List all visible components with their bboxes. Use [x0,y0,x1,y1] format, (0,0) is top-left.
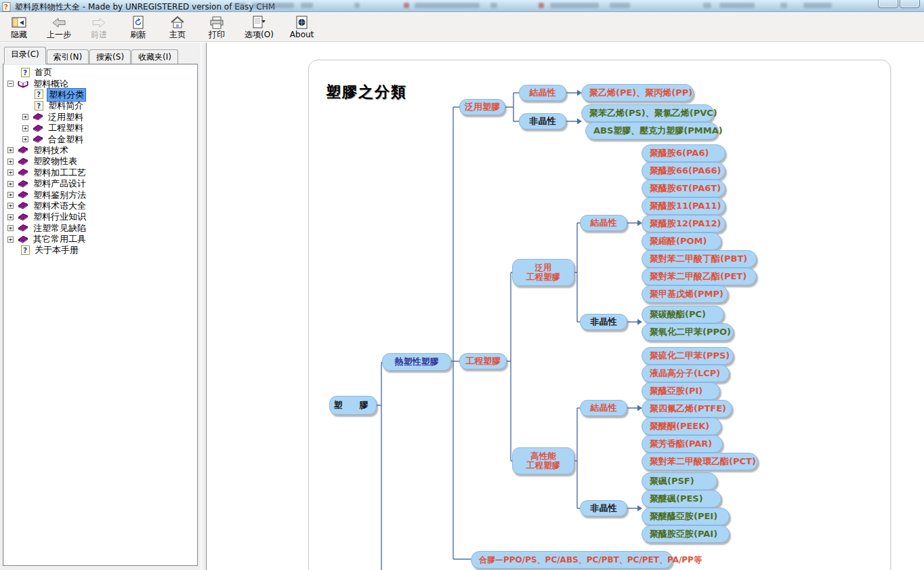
open-book-icon [17,79,29,89]
tree-item-label: 关于本手册 [33,244,80,256]
tab-index[interactable]: 索引(N) [47,49,89,64]
tree-item-technology[interactable]: + 塑料技术 [5,145,196,156]
expander-plus-icon[interactable]: + [7,192,14,198]
diagram-node-par: 聚芳香酯(PAR) [642,435,723,453]
tree-item-molding-defects[interactable]: + 注塑常见缺陷 [5,222,196,233]
titlebar-glass-blob [703,3,711,8]
toolbar-button-label: 选项(O) [245,30,274,39]
toolbar-button-print[interactable]: 打印 [202,14,232,41]
tree-item-intro[interactable]: ? 塑料简介 [5,100,196,111]
diagram-node-general-plastics: 泛用塑膠 [459,99,505,115]
help-page-icon: ? [21,245,30,256]
diagram-node-ppo: 聚氧化二甲苯(PPO) [642,323,734,341]
diagram-node-pa12: 聚醯胺12(PA12) [642,215,726,232]
tree-item-label: 注塑常见缺陷 [32,222,87,235]
tree-item-label: 工程塑料 [47,122,85,134]
tree-item-property-table[interactable]: + 塑胶物性表 [5,156,196,167]
diagram-node-pa6: 聚醯胺6(PA6) [642,144,726,162]
diagram-node-thermoplastics: 熱塑性塑膠 [382,353,451,371]
tree-item-classification[interactable]: ? 塑料分类 [5,89,196,100]
tree-item-industry-knowledge[interactable]: + 塑料行业知识 [5,211,196,222]
tree-item-identification[interactable]: + 塑料鉴别方法 [5,189,196,200]
expander-plus-icon[interactable]: + [22,114,28,120]
tree-item-label: 塑料产品设计 [32,178,87,190]
diagram-node-psf: 聚碸(PSF) [642,472,717,490]
expander-plus-icon[interactable]: + [7,147,14,153]
toolbar-button-home[interactable]: 主页 [163,14,192,41]
toolbar-button-label: 打印 [209,30,225,39]
tree-item-product-design[interactable]: + 塑料产品设计 [5,178,196,189]
tree-item-home[interactable]: ? 首页 [5,67,196,78]
diagram-node-ptfe: 聚四氟乙烯(PTFE) [642,400,732,418]
expander-plus-icon[interactable]: + [7,159,14,165]
book-icon [17,167,29,178]
diagram-node-alloy-blends: 合膠—PPO/PS、PC/ABS、PC/PBT、PC/PET、PA/PP等 [471,551,673,569]
tree-item-label: 塑胶物性表 [32,155,79,167]
expander-minus-icon[interactable]: − [7,81,14,87]
tree-item-general-plastics[interactable]: + 泛用塑料 [5,112,196,123]
titlebar-glass-blob [490,3,497,8]
diagram-node-pes: 聚醚碸(PES) [642,490,721,508]
refresh-icon [132,16,144,30]
minimize-button[interactable] [878,0,898,8]
toolbar-button-label: 上一步 [47,30,71,39]
tree-item-glossary[interactable]: + 塑料术语大全 [5,201,196,211]
tab-favorites[interactable]: 收藏夹(I) [131,49,178,64]
book-icon [17,190,29,200]
toolbar-button-options[interactable]: 选项(O) [241,14,277,41]
expander-plus-icon[interactable]: + [7,237,14,243]
tab-contents[interactable]: 目录(C) [4,47,46,64]
toolbar-button-refresh[interactable]: 刷新 [123,14,153,41]
titlebar-glass-blob [415,3,480,8]
diagram-node-pa6t: 聚醯胺6T(PA6T) [642,180,726,197]
diagram-node-lcp: 液晶高分子(LCP) [642,365,730,382]
book-icon [32,123,44,134]
toolbar-button-label: 隐藏 [11,30,27,39]
tab-label: 索引(N) [54,52,82,62]
navigation-sidebar: 目录(C) 索引(N) 搜索(S) 收藏夹(I) ? 首页 − 塑料概论 ? 塑… [0,43,201,570]
expander-plus-icon[interactable]: + [22,136,28,142]
titlebar-glass-blob [780,3,787,8]
tree-item-overview[interactable]: − 塑料概论 [5,78,196,89]
expander-plus-icon[interactable]: + [7,225,14,231]
expander-plus-icon[interactable]: + [7,181,14,187]
toolbar-button-forward[interactable]: 前进 [84,14,114,41]
titlebar-glass-blob [539,3,544,8]
book-icon [32,134,44,144]
titlebar-glass-blob [719,3,755,8]
diagram-node-high-performance-engineering: 高性能 工程塑膠 [512,447,574,474]
expander-plus-icon[interactable]: + [7,214,14,220]
tab-label: 目录(C) [11,49,39,59]
expander-plus-icon[interactable]: + [7,203,14,209]
diagram-node-plastics-root: 塑 膠 [329,396,377,415]
titlebar-glass-blob [252,3,294,8]
tree-item-tools[interactable]: + 其它常用工具 [5,234,196,245]
toolbar: 隐藏 上一步 前进 刷新 主页 打印 选项(O) [0,13,924,42]
tree-item-label: 塑料技术 [32,144,70,157]
diagram-node-pom: 聚縮醛(POM) [642,232,721,250]
sidebar-splitter[interactable] [201,43,207,570]
tree-item-about-manual[interactable]: ? 关于本手册 [5,245,196,256]
tree-item-engineering-plastics[interactable]: + 工程塑料 [5,123,196,134]
toolbar-button-back[interactable]: 上一步 [43,14,75,41]
tree-item-alloy-plastics[interactable]: + 合金塑料 [5,134,196,144]
diagram-node-amorphous-1: 非晶性 [519,113,566,129]
maximize-button[interactable] [900,0,920,8]
diagram-node-general-engineering: 泛用 工程塑膠 [512,259,574,286]
tree-item-label: 塑料术语大全 [32,200,87,212]
diagram-node-engineering-plastics: 工程塑膠 [459,353,507,369]
toolbar-button-label: About [290,30,314,39]
back-arrow-icon [51,16,67,30]
toolbar-button-about[interactable]: About [287,14,317,41]
expander-plus-icon[interactable]: + [22,125,28,131]
svg-text:?: ? [37,91,41,98]
diagram-heading: 塑膠之分類 [326,82,407,102]
tree-item-processing[interactable]: + 塑料加工工艺 [5,167,196,178]
expander-plus-icon[interactable]: + [7,169,14,176]
diagram-node-pa11: 聚醯胺11(PA11) [642,197,726,215]
svg-text:?: ? [23,246,27,253]
diagram-node-amorphous-2: 非晶性 [580,314,627,330]
toolbar-button-hide[interactable]: 隐藏 [4,14,34,41]
tab-label: 搜索(S) [96,52,124,62]
tab-search[interactable]: 搜索(S) [89,49,131,64]
